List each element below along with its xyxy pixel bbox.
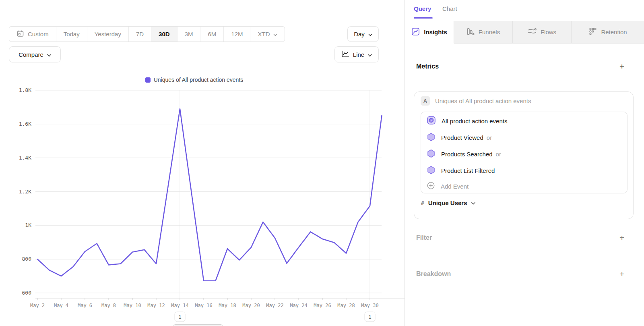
granularity-value: Day xyxy=(354,31,365,37)
aggregation-dropdown[interactable]: # Unique Users xyxy=(421,199,475,206)
series-title: Uniques of All product action events xyxy=(435,98,531,104)
query-builder-panel: Query Chart Insights Funnels xyxy=(405,0,644,326)
series-letter-badge: A xyxy=(421,96,430,106)
svg-text:May 6: May 6 xyxy=(78,303,92,308)
chevron-down-icon xyxy=(368,51,372,58)
line-chart-icon xyxy=(341,50,349,59)
legend-swatch xyxy=(145,77,151,83)
svg-text:May 4: May 4 xyxy=(54,303,68,308)
svg-text:1.2K: 1.2K xyxy=(19,189,31,195)
svg-text:1: 1 xyxy=(178,314,182,320)
chevron-down-icon xyxy=(368,31,372,37)
chevron-down-icon xyxy=(47,51,51,58)
add-filter-button[interactable]: + xyxy=(619,233,624,242)
legend-label: Uniques of All product action events xyxy=(154,77,244,83)
svg-text:1.6K: 1.6K xyxy=(19,121,31,127)
event-hexagon-icon xyxy=(427,166,436,176)
flows-icon xyxy=(528,27,537,37)
range-xtd[interactable]: XTD xyxy=(250,27,285,42)
tab-funnels[interactable]: Funnels xyxy=(454,21,513,44)
retention-icon xyxy=(589,27,597,37)
svg-text:1K: 1K xyxy=(25,222,31,228)
compare-dropdown[interactable]: Compare xyxy=(9,46,61,62)
annotation-badge[interactable]: 1 xyxy=(365,312,375,322)
range-custom[interactable]: Custom xyxy=(9,27,56,42)
tab-query[interactable]: Query xyxy=(414,5,431,12)
svg-text:600: 600 xyxy=(22,290,31,296)
funnels-icon xyxy=(466,27,475,37)
svg-text:May 12: May 12 xyxy=(147,303,165,308)
chart-legend: Uniques of All product action events xyxy=(0,76,388,84)
svg-text:1: 1 xyxy=(368,314,372,320)
chevron-down-icon xyxy=(273,31,277,37)
svg-text:May 26: May 26 xyxy=(314,303,331,308)
svg-text:May 10: May 10 xyxy=(124,303,141,308)
filter-section-label: Filter xyxy=(416,234,432,241)
breakdown-section-label: Breakdown xyxy=(416,270,451,278)
tab-insights[interactable]: Insights xyxy=(405,21,454,44)
metric-card: A Uniques of All product action events A… xyxy=(414,91,634,219)
svg-text:May 16: May 16 xyxy=(195,303,212,308)
svg-text:May 24: May 24 xyxy=(290,303,307,308)
svg-text:800: 800 xyxy=(22,256,31,262)
annotation-badge[interactable]: 1 xyxy=(175,312,185,322)
event-group-icon xyxy=(427,116,436,127)
metrics-heading: Metrics xyxy=(416,63,439,70)
active-tab-underline xyxy=(414,17,433,19)
event-hexagon-icon xyxy=(427,133,436,143)
event-row-product-viewed[interactable]: Product Viewed or xyxy=(421,129,627,146)
date-range-control: Custom Today Yesterday 7D 30D 3M 6M 12M … xyxy=(9,26,285,42)
svg-text:May 2: May 2 xyxy=(30,303,45,308)
range-3m[interactable]: 3M xyxy=(178,27,201,42)
svg-text:1.4K: 1.4K xyxy=(19,155,31,161)
bottom-popover-peek xyxy=(173,324,223,326)
report-type-tabs: Insights Funnels Flows xyxy=(405,21,644,44)
range-6m[interactable]: 6M xyxy=(200,27,224,42)
line-chart[interactable]: 6008001K1.2K1.4K1.6K1.8KMay 2May 4May 6M… xyxy=(0,85,405,326)
granularity-dropdown[interactable]: Day xyxy=(347,26,379,42)
range-12m[interactable]: 12M xyxy=(224,27,250,42)
svg-text:May 18: May 18 xyxy=(219,303,236,308)
svg-text:May 14: May 14 xyxy=(171,303,188,308)
range-label: Custom xyxy=(28,31,49,37)
event-row-all-product-action-events[interactable]: All product action events xyxy=(421,113,627,129)
svg-text:1.8K: 1.8K xyxy=(19,87,31,93)
svg-text:May 22: May 22 xyxy=(266,303,283,308)
calendar-icon xyxy=(17,30,24,39)
add-event-button[interactable]: Add Event xyxy=(421,178,627,195)
svg-text:May 8: May 8 xyxy=(101,303,116,308)
event-row-product-list-filtered[interactable]: Product List Filtered xyxy=(421,162,627,179)
chevron-down-icon xyxy=(471,199,475,206)
tab-flows[interactable]: Flows xyxy=(513,21,572,44)
event-hexagon-icon xyxy=(427,149,436,160)
metric-series-row: A Uniques of All product action events xyxy=(421,96,531,106)
range-today[interactable]: Today xyxy=(56,27,87,42)
chart-panel: Custom Today Yesterday 7D 30D 3M 6M 12M … xyxy=(0,0,405,326)
events-card: All product action events Product Viewed… xyxy=(421,112,627,193)
hash-icon: # xyxy=(421,200,424,206)
range-30d-selected[interactable]: 30D xyxy=(151,27,178,42)
range-yesterday[interactable]: Yesterday xyxy=(87,27,129,42)
compare-label: Compare xyxy=(19,51,43,58)
add-breakdown-button[interactable]: + xyxy=(619,270,624,278)
add-metric-button[interactable]: + xyxy=(619,62,624,71)
tab-chart[interactable]: Chart xyxy=(442,5,457,12)
event-row-products-searched[interactable]: Products Searched or xyxy=(421,146,627,162)
add-circle-icon xyxy=(427,181,435,191)
svg-text:May 30: May 30 xyxy=(361,303,378,308)
chart-type-dropdown[interactable]: Line xyxy=(334,46,379,62)
chart-type-value: Line xyxy=(353,51,364,58)
insights-icon xyxy=(411,27,420,37)
tab-retention[interactable]: Retention xyxy=(572,21,644,44)
range-7d[interactable]: 7D xyxy=(129,27,151,42)
svg-text:May 28: May 28 xyxy=(337,303,355,308)
svg-text:May 20: May 20 xyxy=(242,303,260,308)
